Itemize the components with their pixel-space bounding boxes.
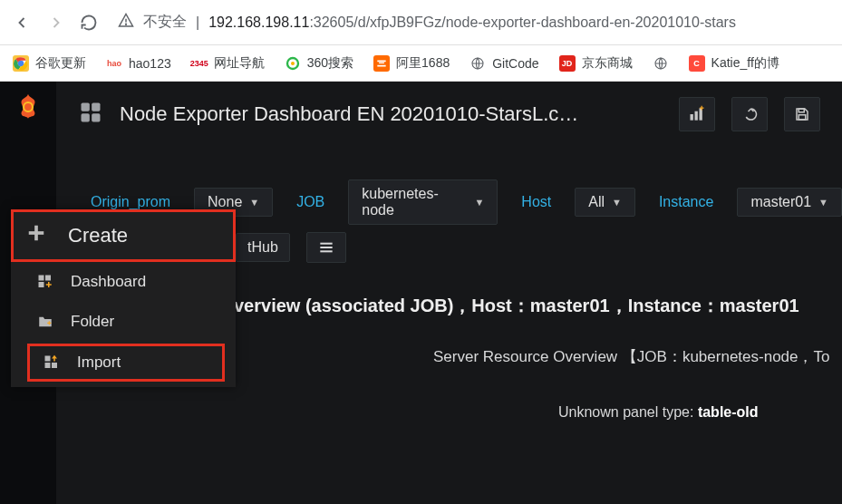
bookmark-item[interactable]	[653, 55, 669, 72]
add-panel-button[interactable]	[679, 97, 715, 131]
separator: |	[196, 15, 199, 31]
svg-rect-24	[92, 113, 100, 121]
menu-button[interactable]	[306, 232, 346, 263]
bookmark-item[interactable]: 2345网址导航	[191, 55, 265, 72]
svg-rect-16	[39, 282, 44, 287]
back-button[interactable]	[11, 12, 33, 34]
bookmarks-bar: 谷歌更新haohao1232345网址导航360搜索阿里1688GitCodeJ…	[0, 45, 842, 82]
bookmark-favicon	[653, 55, 669, 72]
save-button[interactable]	[784, 97, 820, 131]
bookmark-favicon: 2345	[191, 55, 208, 72]
grafana-logo-icon[interactable]	[12, 91, 44, 123]
var-origin-label: Origin_prom	[91, 194, 170, 210]
var-job-value[interactable]: kubernetes-node▼	[348, 179, 498, 225]
grafana-app: Create Dashboard Folder Import Node Expo…	[0, 82, 842, 504]
svg-rect-19	[45, 363, 51, 368]
bookmark-favicon	[469, 55, 486, 72]
bookmark-favicon: hao	[106, 55, 122, 72]
plus-icon	[26, 223, 46, 248]
bookmark-favicon: C	[689, 55, 705, 72]
reload-button[interactable]	[80, 14, 98, 32]
svg-point-3	[18, 60, 24, 66]
svg-rect-30	[320, 243, 332, 245]
svg-rect-15	[39, 276, 44, 281]
bookmark-label: 网址导航	[214, 55, 265, 72]
page-title: Node Exporter Dashboard EN 20201010-Star…	[120, 102, 578, 126]
create-label: Create	[68, 224, 128, 247]
svg-rect-29	[798, 115, 806, 120]
svg-rect-25	[691, 114, 693, 121]
unknown-panel-line: Unknown panel type: table-old	[558, 404, 759, 421]
panel-plus-icon	[36, 273, 54, 291]
bookmark-item[interactable]: haohao123	[106, 55, 171, 72]
bookmark-label: 360搜索	[307, 55, 353, 72]
insecure-label: 不安全	[143, 13, 187, 32]
bookmark-label: hao123	[129, 56, 171, 71]
thub-button[interactable]: tHub	[236, 233, 290, 262]
bookmark-item[interactable]: 谷歌更新	[13, 55, 86, 72]
menu-item-label: Import	[77, 354, 121, 372]
var-host-value[interactable]: All▼	[575, 188, 635, 217]
svg-rect-17	[45, 276, 51, 281]
create-folder-item[interactable]: Folder	[11, 302, 236, 342]
svg-rect-28	[798, 109, 804, 112]
create-dashboard-item[interactable]: Dashboard	[11, 262, 236, 302]
menu-item-label: Folder	[71, 313, 114, 331]
import-icon	[43, 354, 61, 372]
menu-item-label: Dashboard	[71, 273, 146, 291]
var-host-label: Host	[521, 194, 551, 210]
server-resource-line: Server Resource Overview 【JOB：kubernetes…	[433, 346, 829, 367]
url-bar[interactable]: 不安全 | 192.168.198.11:32605/d/xfpJB9FGz/n…	[111, 13, 831, 33]
folder-plus-icon	[36, 313, 54, 331]
var-instance-label: Instance	[659, 194, 713, 210]
bookmark-label: GitCode	[492, 56, 538, 71]
svg-rect-23	[82, 113, 90, 121]
page-header: Node Exporter Dashboard EN 20201010-Star…	[56, 82, 842, 147]
bookmark-item[interactable]: 阿里1688	[373, 55, 450, 72]
url-text: 192.168.198.11:32605/d/xfpJB9FGz/node-ex…	[208, 15, 736, 31]
bookmark-item[interactable]: 360搜索	[285, 55, 353, 72]
svg-point-1	[126, 24, 127, 24]
bookmark-item[interactable]: JD京东商城	[559, 55, 633, 72]
share-button[interactable]	[731, 97, 768, 131]
bookmark-favicon	[13, 55, 29, 72]
bookmark-label: 谷歌更新	[35, 55, 86, 72]
link-row: tHub	[236, 232, 346, 263]
svg-rect-26	[695, 111, 698, 121]
create-menu-header[interactable]: Create	[11, 209, 236, 262]
bookmark-favicon	[373, 55, 390, 72]
create-flyout: Create Dashboard Folder Import	[11, 209, 236, 387]
overview-line: verview (associated JOB)，Host：master01，I…	[234, 294, 799, 318]
bookmark-label: 阿里1688	[396, 55, 450, 72]
svg-rect-31	[320, 247, 332, 248]
svg-rect-18	[45, 356, 51, 362]
browser-bar: 不安全 | 192.168.198.11:32605/d/xfpJB9FGz/n…	[0, 0, 842, 45]
insecure-icon	[118, 13, 134, 33]
dashboard-icon	[78, 100, 103, 129]
bookmark-favicon: JD	[559, 55, 576, 72]
svg-rect-20	[52, 363, 57, 368]
bookmark-label: Katie_ff的博	[711, 55, 779, 72]
svg-rect-14	[29, 231, 44, 235]
svg-rect-22	[92, 103, 100, 111]
svg-point-5	[291, 62, 295, 65]
var-instance-value[interactable]: master01▼	[737, 188, 842, 217]
bookmark-item[interactable]: CKatie_ff的博	[689, 55, 779, 72]
var-job-label: JOB	[296, 194, 324, 210]
bookmark-label: 京东商城	[582, 55, 633, 72]
bookmark-favicon	[285, 55, 301, 72]
svg-rect-21	[82, 103, 90, 111]
create-import-item[interactable]: Import	[27, 344, 225, 382]
forward-button[interactable]	[45, 12, 67, 34]
svg-rect-32	[320, 250, 332, 252]
bookmark-item[interactable]: GitCode	[469, 55, 538, 72]
